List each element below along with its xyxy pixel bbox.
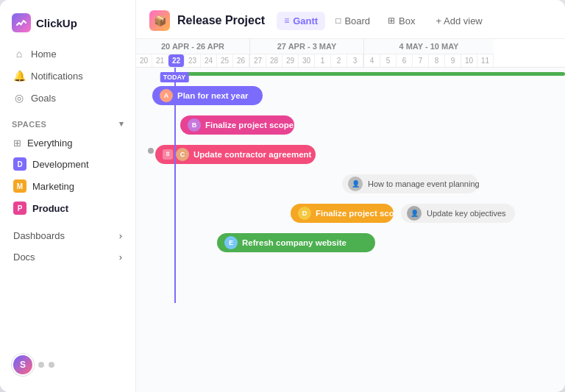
task-bar-4[interactable]: D Finalize project scope: [291, 204, 394, 223]
logo-text: ClickUp: [36, 17, 77, 29]
handle-icon: ⠿: [163, 149, 173, 160]
date-29: 29: [282, 54, 299, 67]
sidebar-item-product[interactable]: P Product: [6, 197, 129, 219]
dashboards-label: Dashboards: [13, 230, 65, 241]
date-22-today: 22: [168, 54, 185, 67]
spaces-list: ⊞ Everything D Development M Marketing P…: [0, 133, 135, 219]
project-icon: 📦: [149, 10, 170, 31]
task-bar-0[interactable]: A Plan for next year: [152, 86, 263, 105]
product-label: Product: [32, 203, 68, 214]
tab-gantt[interactable]: ≡ Gantt: [277, 12, 325, 30]
project-title: Release Project: [177, 14, 265, 27]
add-view-label: + Add view: [436, 15, 483, 26]
sidebar-item-goals[interactable]: ◎ Goals: [6, 87, 129, 109]
date-9: 9: [445, 54, 461, 67]
app-window: ClickUp ⌂ Home 🔔 Notifications ◎ Goals S…: [0, 0, 565, 392]
task-bar-5[interactable]: E Refresh company website: [217, 233, 375, 252]
date-2: 2: [331, 54, 347, 67]
sidebar-item-docs[interactable]: Docs ›: [6, 246, 129, 268]
marketing-label: Marketing: [32, 181, 74, 192]
header-tabs: ≡ Gantt □ Board ⊞ Box + Add view: [277, 12, 490, 30]
home-label: Home: [31, 49, 57, 60]
goals-label: Goals: [31, 93, 56, 104]
gantt-row-5: E Refresh company website: [136, 228, 565, 257]
sidebar-item-everything[interactable]: ⊞ Everything: [6, 133, 129, 153]
date-26: 26: [233, 54, 249, 67]
date-21: 21: [152, 54, 168, 67]
sidebar-item-marketing[interactable]: M Marketing: [6, 175, 129, 197]
avatar-menu-dot: [49, 362, 54, 368]
goals-icon: ◎: [13, 92, 25, 104]
everything-label: Everything: [27, 138, 72, 149]
date-group-label-3: 4 MAY - 10 MAY: [364, 39, 494, 54]
ext-avatar-0: 👤: [348, 177, 363, 191]
task-dot: [148, 145, 155, 156]
task-label-0: Plan for next year: [177, 91, 249, 100]
mkt-badge: M: [13, 179, 26, 193]
date-24: 24: [201, 54, 217, 67]
board-label: Board: [344, 15, 370, 26]
date-cells-1: 20 21 22 23 24 25 26: [136, 54, 249, 67]
date-group-label-1: 20 APR - 26 APR: [136, 39, 249, 54]
spaces-collapse-icon: ▾: [119, 119, 124, 129]
gantt-icon: ≡: [284, 15, 289, 26]
spaces-label: Spaces: [12, 120, 46, 129]
box-icon: ⊞: [388, 15, 395, 26]
ext-avatar-1: 👤: [407, 206, 422, 221]
board-icon: □: [335, 15, 341, 26]
gantt-row-1: B Finalize project scope: [136, 110, 565, 140]
sidebar-footer: S: [0, 346, 135, 383]
gantt-row-3: 👤 How to manage event planning: [136, 169, 565, 199]
sidebar-item-notifications[interactable]: 🔔 Notifications: [6, 65, 129, 87]
date-1: 1: [315, 54, 331, 67]
sidebar-nav: ⌂ Home 🔔 Notifications ◎ Goals: [0, 43, 135, 109]
gantt-body: TODAY A Plan for next year B: [136, 68, 565, 303]
avatar-status-dot: [38, 362, 44, 368]
add-view-button[interactable]: + Add view: [429, 12, 490, 30]
gantt-row-0: A Plan for next year: [136, 81, 565, 110]
sidebar-item-home[interactable]: ⌂ Home: [6, 43, 129, 65]
task-bar-2[interactable]: ⠿ C Update contractor agreement: [155, 145, 316, 164]
tab-board[interactable]: □ Board: [328, 12, 377, 30]
date-3: 3: [347, 54, 363, 67]
date-30: 30: [299, 54, 315, 67]
ext-task-label-0: How to manage event planning: [368, 179, 480, 188]
avatar-0: A: [160, 89, 173, 102]
date-cells-2: 27 28 29 30 1 2 3: [250, 54, 363, 67]
logo-icon: [12, 13, 31, 32]
gantt-date-header: 20 APR - 26 APR 20 21 22 23 24 25 26: [136, 39, 565, 68]
sidebar: ClickUp ⌂ Home 🔔 Notifications ◎ Goals S…: [0, 0, 136, 392]
spaces-header[interactable]: Spaces ▾: [12, 119, 124, 129]
date-6: 6: [397, 54, 413, 67]
avatar-1: B: [188, 118, 201, 132]
sidebar-bottom: Dashboards › Docs ›: [0, 225, 135, 268]
product-badge: P: [13, 202, 26, 215]
external-task-0[interactable]: 👤 How to manage event planning: [342, 174, 478, 193]
gantt-row-2: ⠿ C Update contractor agreement: [136, 140, 565, 169]
task-label-5: Refresh company website: [242, 238, 347, 247]
sidebar-item-development[interactable]: D Development: [6, 153, 129, 175]
task-bar-1[interactable]: B Finalize project scope: [180, 115, 294, 135]
avatar-5: E: [224, 236, 238, 249]
sidebar-item-dashboards[interactable]: Dashboards ›: [6, 225, 129, 246]
avatar-2: C: [176, 148, 189, 161]
gantt-label: Gantt: [293, 15, 318, 26]
gantt-row-4: D Finalize project scope 👤 Update key ob…: [136, 199, 565, 228]
development-label: Development: [32, 159, 89, 170]
task-label-4: Finalize project scope: [316, 209, 394, 218]
date-7: 7: [413, 54, 429, 67]
date-group-3: 4 MAY - 10 MAY 4 5 6 7 8 9 10 11: [364, 39, 494, 67]
ext-task-label-1: Update key objectives: [427, 209, 506, 218]
chevron-right-icon-docs: ›: [119, 252, 122, 263]
external-task-1[interactable]: 👤 Update key objectives: [401, 204, 515, 223]
task-label-2: Update contractor agreement: [193, 150, 311, 159]
user-avatar[interactable]: S: [12, 354, 34, 376]
logo[interactable]: ClickUp: [0, 0, 135, 43]
gantt-container: 20 APR - 26 APR 20 21 22 23 24 25 26: [136, 39, 565, 392]
date-group-1: 20 APR - 26 APR 20 21 22 23 24 25 26: [136, 39, 250, 67]
chevron-right-icon: ›: [119, 230, 122, 241]
dev-badge: D: [13, 157, 26, 171]
notifications-label: Notifications: [31, 71, 83, 82]
tab-box[interactable]: ⊞ Box: [380, 12, 422, 30]
grid-icon: ⊞: [13, 138, 21, 149]
